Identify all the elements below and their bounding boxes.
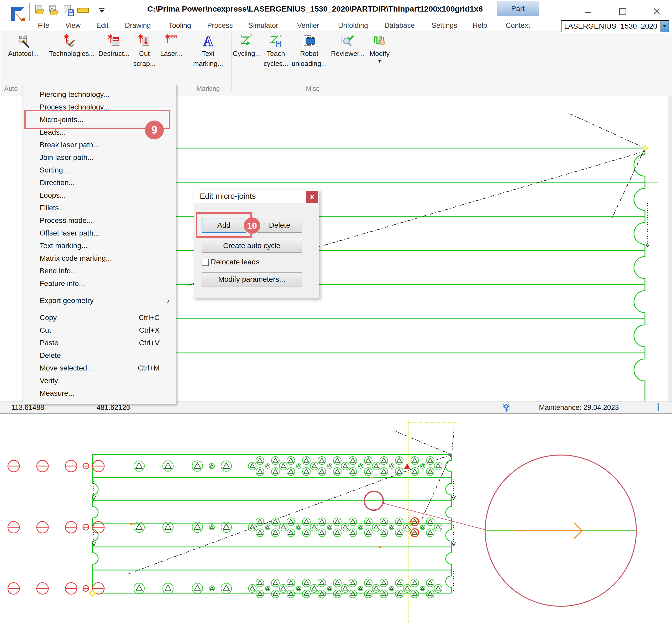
context-item-fillets[interactable]: Fillets... bbox=[23, 202, 176, 214]
context-item-matrix-code-marking[interactable]: Matrix code marking... bbox=[23, 252, 176, 265]
teach-cycles-icon: 123 bbox=[268, 34, 283, 49]
cycling-icon: 123 bbox=[239, 34, 254, 49]
menu-separator bbox=[26, 292, 172, 292]
cursor-x-coordinate: -113.61488 bbox=[9, 403, 44, 412]
ribbon-group-separator bbox=[395, 33, 396, 91]
submenu-arrow-icon: › bbox=[167, 294, 170, 307]
context-item-sorting[interactable]: Sorting... bbox=[23, 164, 176, 177]
context-item-measure[interactable]: Measure... bbox=[23, 387, 176, 400]
save-icon[interactable] bbox=[63, 4, 75, 17]
add-button-highlight-box bbox=[196, 212, 252, 238]
machine-select-value: LASERGENIUS_1530_2020 bbox=[564, 21, 657, 32]
context-item-paste[interactable]: PasteCtrl+V bbox=[23, 336, 176, 349]
menu-database[interactable]: Database bbox=[384, 21, 415, 31]
import-icon[interactable] bbox=[48, 4, 60, 17]
dialog-title-bar[interactable]: Edit micro-joints x bbox=[194, 190, 319, 203]
minimize-icon[interactable] bbox=[582, 6, 595, 17]
cursor-y-coordinate: 481.62126 bbox=[97, 403, 130, 412]
menu-edit[interactable]: Edit bbox=[96, 21, 109, 31]
canvas-right-gutter[interactable] bbox=[668, 96, 672, 401]
modify-parameters-button[interactable]: Modify parameters... bbox=[201, 272, 302, 286]
context-item-piercing-technology[interactable]: Piercing technology... bbox=[23, 88, 176, 101]
menu-help[interactable]: Help bbox=[473, 21, 487, 31]
status-indicator bbox=[657, 403, 659, 411]
window-title: C:\Prima Power\ncexpress\LASERGENIUS_153… bbox=[147, 4, 452, 14]
context-item-direction[interactable]: Direction... bbox=[23, 177, 176, 189]
context-item-join-laser-path[interactable]: Join laser path... bbox=[23, 151, 176, 164]
technologies-button[interactable]: Technologies... bbox=[49, 34, 91, 58]
context-item-loops[interactable]: Loops... bbox=[23, 189, 176, 202]
shortcut-label: Ctrl+X bbox=[139, 324, 160, 336]
menu-drawing[interactable]: Drawing bbox=[125, 21, 151, 31]
ribbon-group-label-marking: Marking bbox=[182, 85, 234, 92]
relocate-leads-label: Relocate leads bbox=[211, 258, 259, 266]
svg-text:2: 2 bbox=[250, 34, 252, 38]
context-item-copy[interactable]: CopyCtrl+C bbox=[23, 311, 176, 324]
key-icon bbox=[501, 402, 511, 413]
title-bar: C:\Prima Power\ncexpress\LASERGENIUS_153… bbox=[0, 0, 672, 21]
svg-text:A: A bbox=[203, 34, 213, 49]
create-auto-cycle-button[interactable]: Create auto cycle bbox=[201, 239, 302, 253]
menu-file[interactable]: File bbox=[38, 21, 49, 31]
laser-button[interactable]: Laser... bbox=[150, 34, 192, 58]
menu-settings[interactable]: Settings bbox=[432, 21, 457, 31]
text-marking-button[interactable]: ATextmarking... bbox=[187, 34, 229, 69]
shortcut-label: Ctrl+M bbox=[138, 362, 160, 374]
context-item-verify[interactable]: Verify bbox=[23, 374, 176, 387]
menu-context[interactable]: Context bbox=[506, 21, 530, 31]
ribbon-group-separator bbox=[231, 33, 232, 91]
ribbon-group-separator bbox=[43, 33, 43, 91]
context-item-bend-info[interactable]: Bend info... bbox=[23, 265, 176, 277]
sheet-drawing-section bbox=[0, 414, 672, 632]
relocate-leads-checkbox[interactable] bbox=[201, 259, 209, 266]
chevron-down-icon[interactable] bbox=[661, 21, 669, 32]
dialog-close-icon[interactable]: x bbox=[306, 191, 318, 203]
context-item-move-selected[interactable]: Move selected...Ctrl+M bbox=[23, 362, 176, 374]
step-badge-9: 9 bbox=[145, 120, 164, 139]
context-item-text-marking[interactable]: Text marking... bbox=[23, 239, 176, 252]
ribbon-group-label-auto: Auto bbox=[4, 85, 18, 92]
menu-verifier[interactable]: Verifier bbox=[297, 21, 319, 31]
context-item-feature-info[interactable]: Feature info... bbox=[23, 277, 176, 290]
customize-icon[interactable] bbox=[98, 4, 106, 17]
maximize-icon[interactable] bbox=[616, 6, 629, 17]
modify-button[interactable]: Modify▼ bbox=[359, 34, 401, 64]
context-item-export-geometry[interactable]: Export geometry› bbox=[23, 294, 176, 307]
context-item-break-laser-path[interactable]: Break laser path... bbox=[23, 139, 176, 151]
delete-button[interactable]: Delete bbox=[257, 218, 302, 233]
robot-unloading-icon bbox=[302, 34, 317, 49]
step-badge-10: 10 bbox=[244, 217, 260, 234]
destruct-icon bbox=[106, 34, 121, 49]
context-item-offset-laser-path[interactable]: Offset laser path... bbox=[23, 227, 176, 239]
window-bottom-border bbox=[0, 413, 672, 414]
machine-select[interactable]: LASERGENIUS_1530_2020 bbox=[561, 20, 669, 32]
svg-text:1: 1 bbox=[240, 34, 243, 38]
tab-part[interactable]: Part bbox=[497, 1, 539, 16]
application-window: C:\Prima Power\ncexpress\LASERGENIUS_153… bbox=[0, 0, 672, 414]
text-marking-icon: A bbox=[201, 34, 216, 49]
context-item-process-mode[interactable]: Process mode... bbox=[23, 214, 176, 227]
close-icon[interactable] bbox=[650, 6, 663, 17]
dialog-title: Edit micro-joints bbox=[200, 192, 256, 201]
autotool-button[interactable]: Autotool... bbox=[2, 34, 44, 58]
modify-icon bbox=[372, 34, 387, 49]
shortcut-label: Ctrl+C bbox=[139, 311, 160, 324]
laser-icon bbox=[164, 34, 179, 49]
context-item-cut[interactable]: CutCtrl+X bbox=[23, 324, 176, 336]
measure-icon[interactable] bbox=[77, 4, 89, 17]
menu-simulator[interactable]: Simulator bbox=[248, 21, 278, 31]
menu-view[interactable]: View bbox=[65, 21, 80, 31]
ribbon-group-label-misc: Misc bbox=[286, 85, 339, 92]
autotool-icon bbox=[16, 34, 31, 49]
open-icon[interactable] bbox=[34, 4, 46, 17]
robot-unloading-button[interactable]: Robotunloading... bbox=[288, 34, 330, 69]
menu-process[interactable]: Process bbox=[207, 21, 233, 31]
menu-tooling[interactable]: Tooling bbox=[169, 21, 191, 31]
context-item-delete[interactable]: Delete bbox=[23, 349, 176, 362]
chevron-down-icon: ▼ bbox=[359, 58, 401, 64]
shortcut-label: Ctrl+V bbox=[139, 336, 160, 349]
svg-text:2: 2 bbox=[280, 34, 282, 37]
sheet-drawing-canvas[interactable] bbox=[0, 414, 672, 632]
menu-unfolding[interactable]: Unfolding bbox=[338, 21, 368, 31]
reviewer-icon bbox=[340, 34, 355, 49]
